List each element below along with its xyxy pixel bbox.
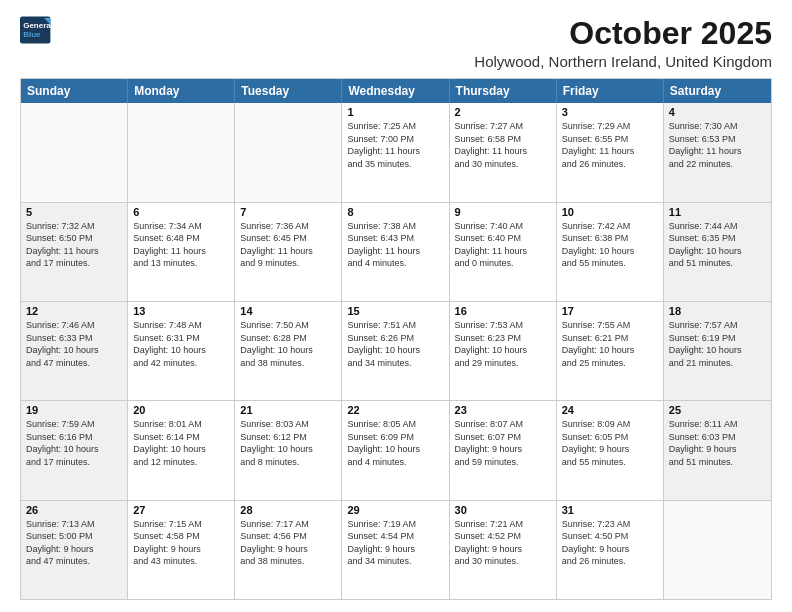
main-title: October 2025 bbox=[474, 16, 772, 51]
header-day-monday: Monday bbox=[128, 79, 235, 103]
day-number: 27 bbox=[133, 504, 229, 516]
day-number: 5 bbox=[26, 206, 122, 218]
calendar-cell: 6Sunrise: 7:34 AM Sunset: 6:48 PM Daylig… bbox=[128, 203, 235, 301]
calendar-cell: 4Sunrise: 7:30 AM Sunset: 6:53 PM Daylig… bbox=[664, 103, 771, 201]
calendar-cell: 28Sunrise: 7:17 AM Sunset: 4:56 PM Dayli… bbox=[235, 501, 342, 599]
logo: General Blue bbox=[20, 16, 52, 44]
calendar-week-4: 19Sunrise: 7:59 AM Sunset: 6:16 PM Dayli… bbox=[21, 401, 771, 500]
calendar-week-3: 12Sunrise: 7:46 AM Sunset: 6:33 PM Dayli… bbox=[21, 302, 771, 401]
calendar-cell: 22Sunrise: 8:05 AM Sunset: 6:09 PM Dayli… bbox=[342, 401, 449, 499]
calendar-cell: 24Sunrise: 8:09 AM Sunset: 6:05 PM Dayli… bbox=[557, 401, 664, 499]
calendar-cell: 12Sunrise: 7:46 AM Sunset: 6:33 PM Dayli… bbox=[21, 302, 128, 400]
day-number: 31 bbox=[562, 504, 658, 516]
day-number: 10 bbox=[562, 206, 658, 218]
calendar-cell: 19Sunrise: 7:59 AM Sunset: 6:16 PM Dayli… bbox=[21, 401, 128, 499]
header-day-friday: Friday bbox=[557, 79, 664, 103]
day-info: Sunrise: 7:48 AM Sunset: 6:31 PM Dayligh… bbox=[133, 319, 229, 369]
svg-text:General: General bbox=[23, 21, 52, 30]
day-info: Sunrise: 7:44 AM Sunset: 6:35 PM Dayligh… bbox=[669, 220, 766, 270]
calendar-cell: 2Sunrise: 7:27 AM Sunset: 6:58 PM Daylig… bbox=[450, 103, 557, 201]
day-number: 13 bbox=[133, 305, 229, 317]
day-info: Sunrise: 7:17 AM Sunset: 4:56 PM Dayligh… bbox=[240, 518, 336, 568]
day-number: 14 bbox=[240, 305, 336, 317]
day-info: Sunrise: 7:51 AM Sunset: 6:26 PM Dayligh… bbox=[347, 319, 443, 369]
day-info: Sunrise: 7:19 AM Sunset: 4:54 PM Dayligh… bbox=[347, 518, 443, 568]
calendar-cell: 1Sunrise: 7:25 AM Sunset: 7:00 PM Daylig… bbox=[342, 103, 449, 201]
day-number: 16 bbox=[455, 305, 551, 317]
svg-text:Blue: Blue bbox=[23, 30, 41, 39]
day-info: Sunrise: 8:05 AM Sunset: 6:09 PM Dayligh… bbox=[347, 418, 443, 468]
logo-icon: General Blue bbox=[20, 16, 52, 44]
day-info: Sunrise: 7:36 AM Sunset: 6:45 PM Dayligh… bbox=[240, 220, 336, 270]
calendar-cell: 25Sunrise: 8:11 AM Sunset: 6:03 PM Dayli… bbox=[664, 401, 771, 499]
calendar-cell bbox=[235, 103, 342, 201]
calendar-cell: 17Sunrise: 7:55 AM Sunset: 6:21 PM Dayli… bbox=[557, 302, 664, 400]
calendar-cell: 21Sunrise: 8:03 AM Sunset: 6:12 PM Dayli… bbox=[235, 401, 342, 499]
day-number: 6 bbox=[133, 206, 229, 218]
day-number: 28 bbox=[240, 504, 336, 516]
day-number: 7 bbox=[240, 206, 336, 218]
day-number: 24 bbox=[562, 404, 658, 416]
day-number: 9 bbox=[455, 206, 551, 218]
day-info: Sunrise: 7:50 AM Sunset: 6:28 PM Dayligh… bbox=[240, 319, 336, 369]
calendar-header: SundayMondayTuesdayWednesdayThursdayFrid… bbox=[21, 79, 771, 103]
header-day-saturday: Saturday bbox=[664, 79, 771, 103]
header-day-wednesday: Wednesday bbox=[342, 79, 449, 103]
day-number: 23 bbox=[455, 404, 551, 416]
day-info: Sunrise: 8:01 AM Sunset: 6:14 PM Dayligh… bbox=[133, 418, 229, 468]
calendar-cell: 5Sunrise: 7:32 AM Sunset: 6:50 PM Daylig… bbox=[21, 203, 128, 301]
calendar-cell: 27Sunrise: 7:15 AM Sunset: 4:58 PM Dayli… bbox=[128, 501, 235, 599]
day-number: 15 bbox=[347, 305, 443, 317]
calendar-cell: 13Sunrise: 7:48 AM Sunset: 6:31 PM Dayli… bbox=[128, 302, 235, 400]
calendar-cell: 20Sunrise: 8:01 AM Sunset: 6:14 PM Dayli… bbox=[128, 401, 235, 499]
page: General Blue October 2025 Holywood, Nort… bbox=[0, 0, 792, 612]
title-block: October 2025 Holywood, Northern Ireland,… bbox=[474, 16, 772, 70]
calendar-cell: 26Sunrise: 7:13 AM Sunset: 5:00 PM Dayli… bbox=[21, 501, 128, 599]
day-number: 26 bbox=[26, 504, 122, 516]
calendar-cell: 16Sunrise: 7:53 AM Sunset: 6:23 PM Dayli… bbox=[450, 302, 557, 400]
day-info: Sunrise: 7:21 AM Sunset: 4:52 PM Dayligh… bbox=[455, 518, 551, 568]
calendar-week-1: 1Sunrise: 7:25 AM Sunset: 7:00 PM Daylig… bbox=[21, 103, 771, 202]
day-info: Sunrise: 7:40 AM Sunset: 6:40 PM Dayligh… bbox=[455, 220, 551, 270]
calendar-cell: 8Sunrise: 7:38 AM Sunset: 6:43 PM Daylig… bbox=[342, 203, 449, 301]
day-number: 11 bbox=[669, 206, 766, 218]
calendar-cell bbox=[664, 501, 771, 599]
calendar-cell: 3Sunrise: 7:29 AM Sunset: 6:55 PM Daylig… bbox=[557, 103, 664, 201]
day-number: 29 bbox=[347, 504, 443, 516]
day-number: 22 bbox=[347, 404, 443, 416]
calendar-cell: 31Sunrise: 7:23 AM Sunset: 4:50 PM Dayli… bbox=[557, 501, 664, 599]
calendar-cell bbox=[21, 103, 128, 201]
header-day-tuesday: Tuesday bbox=[235, 79, 342, 103]
day-info: Sunrise: 7:27 AM Sunset: 6:58 PM Dayligh… bbox=[455, 120, 551, 170]
calendar-cell: 23Sunrise: 8:07 AM Sunset: 6:07 PM Dayli… bbox=[450, 401, 557, 499]
subtitle: Holywood, Northern Ireland, United Kingd… bbox=[474, 53, 772, 70]
calendar-cell bbox=[128, 103, 235, 201]
day-info: Sunrise: 7:32 AM Sunset: 6:50 PM Dayligh… bbox=[26, 220, 122, 270]
day-number: 1 bbox=[347, 106, 443, 118]
day-info: Sunrise: 8:03 AM Sunset: 6:12 PM Dayligh… bbox=[240, 418, 336, 468]
calendar-body: 1Sunrise: 7:25 AM Sunset: 7:00 PM Daylig… bbox=[21, 103, 771, 599]
day-info: Sunrise: 8:09 AM Sunset: 6:05 PM Dayligh… bbox=[562, 418, 658, 468]
day-number: 8 bbox=[347, 206, 443, 218]
calendar: SundayMondayTuesdayWednesdayThursdayFrid… bbox=[20, 78, 772, 600]
day-info: Sunrise: 7:46 AM Sunset: 6:33 PM Dayligh… bbox=[26, 319, 122, 369]
day-info: Sunrise: 7:55 AM Sunset: 6:21 PM Dayligh… bbox=[562, 319, 658, 369]
calendar-cell: 11Sunrise: 7:44 AM Sunset: 6:35 PM Dayli… bbox=[664, 203, 771, 301]
calendar-week-5: 26Sunrise: 7:13 AM Sunset: 5:00 PM Dayli… bbox=[21, 501, 771, 599]
day-info: Sunrise: 7:23 AM Sunset: 4:50 PM Dayligh… bbox=[562, 518, 658, 568]
header-day-thursday: Thursday bbox=[450, 79, 557, 103]
day-info: Sunrise: 7:34 AM Sunset: 6:48 PM Dayligh… bbox=[133, 220, 229, 270]
day-info: Sunrise: 7:53 AM Sunset: 6:23 PM Dayligh… bbox=[455, 319, 551, 369]
header-day-sunday: Sunday bbox=[21, 79, 128, 103]
day-number: 30 bbox=[455, 504, 551, 516]
day-info: Sunrise: 8:11 AM Sunset: 6:03 PM Dayligh… bbox=[669, 418, 766, 468]
day-info: Sunrise: 7:57 AM Sunset: 6:19 PM Dayligh… bbox=[669, 319, 766, 369]
day-number: 2 bbox=[455, 106, 551, 118]
day-info: Sunrise: 7:15 AM Sunset: 4:58 PM Dayligh… bbox=[133, 518, 229, 568]
day-info: Sunrise: 7:42 AM Sunset: 6:38 PM Dayligh… bbox=[562, 220, 658, 270]
calendar-cell: 9Sunrise: 7:40 AM Sunset: 6:40 PM Daylig… bbox=[450, 203, 557, 301]
day-number: 3 bbox=[562, 106, 658, 118]
day-number: 18 bbox=[669, 305, 766, 317]
calendar-cell: 18Sunrise: 7:57 AM Sunset: 6:19 PM Dayli… bbox=[664, 302, 771, 400]
day-info: Sunrise: 7:38 AM Sunset: 6:43 PM Dayligh… bbox=[347, 220, 443, 270]
